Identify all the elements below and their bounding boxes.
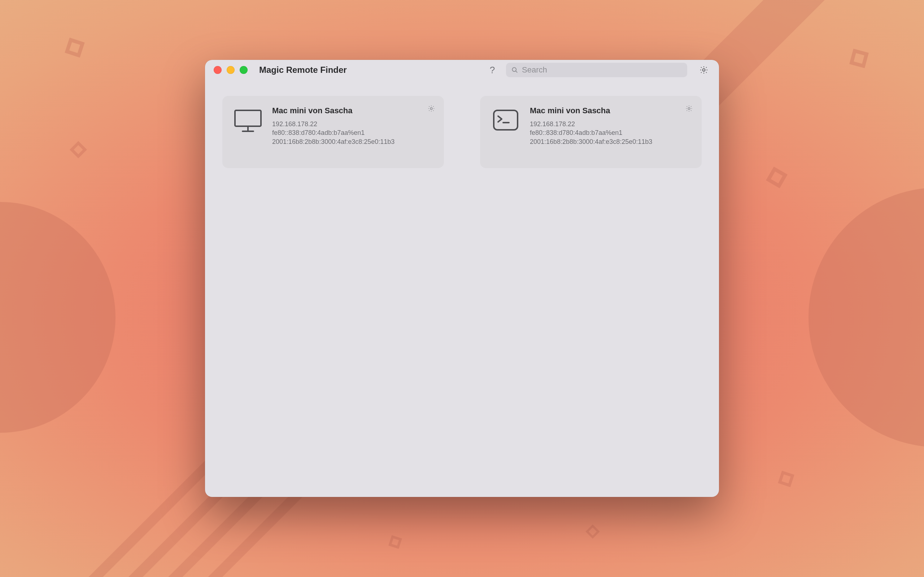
device-card-body: Mac mini von Sascha 192.168.178.22 fe80:… [530,106,691,155]
window-controls [214,66,247,74]
device-settings-button[interactable] [685,105,693,113]
svg-rect-3 [235,110,261,126]
device-card[interactable]: Mac mini von Sascha 192.168.178.22 fe80:… [222,96,444,168]
display-icon [233,106,263,155]
device-address: 192.168.178.22 [272,120,433,128]
settings-button[interactable] [697,63,710,76]
gear-icon [427,105,435,113]
zoom-window-button[interactable] [240,66,247,74]
device-address: 2001:16b8:2b8b:3000:4af:e3c8:25e0:11b3 [272,137,433,146]
svg-point-9 [688,108,690,110]
titlebar: Magic Remote Finder ? [205,60,719,80]
device-card-body: Mac mini von Sascha 192.168.178.22 fe80:… [272,106,433,155]
search-field-wrap [506,63,687,77]
device-address: fe80::838:d780:4adb:b7aa%en1 [272,128,433,137]
device-address: fe80::838:d780:4adb:b7aa%en1 [530,128,691,137]
svg-point-6 [430,108,432,110]
gear-icon [685,105,693,113]
gear-icon [699,65,709,75]
terminal-icon [491,106,520,155]
close-window-button[interactable] [214,66,221,74]
minimize-window-button[interactable] [227,66,234,74]
help-icon: ? [490,64,495,76]
device-card[interactable]: Mac mini von Sascha 192.168.178.22 fe80:… [480,96,702,168]
app-window: Magic Remote Finder ? [205,60,719,497]
device-address: 192.168.178.22 [530,120,691,128]
help-button[interactable]: ? [486,63,499,76]
svg-rect-7 [494,110,518,130]
device-name: Mac mini von Sascha [530,106,691,115]
device-name: Mac mini von Sascha [272,106,433,115]
svg-point-2 [703,69,705,71]
device-grid: Mac mini von Sascha 192.168.178.22 fe80:… [205,80,719,497]
app-title: Magic Remote Finder [259,65,347,75]
device-address: 2001:16b8:2b8b:3000:4af:e3c8:25e0:11b3 [530,137,691,146]
device-settings-button[interactable] [427,105,435,113]
search-input[interactable] [506,63,687,77]
